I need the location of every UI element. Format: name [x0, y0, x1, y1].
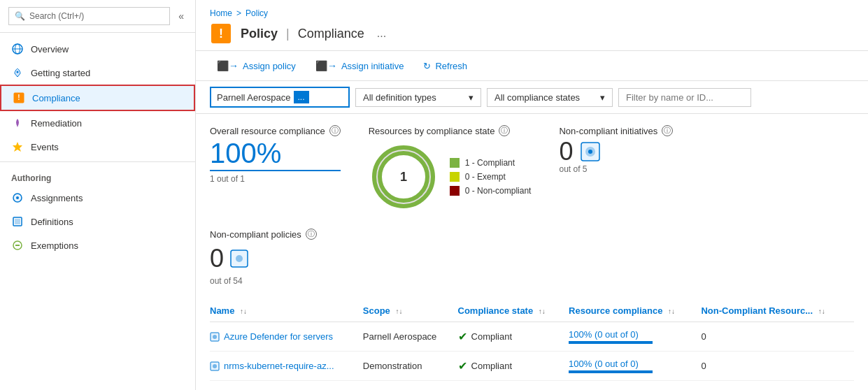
chart-label: Resources by compliance state ⓘ	[369, 125, 532, 136]
authoring-section-header: Authoring	[0, 165, 195, 186]
overall-info-icon[interactable]: ⓘ	[329, 125, 341, 136]
chart-legend: 1 - Compliant 0 - Exempt 0 - Non-complia…	[450, 158, 532, 196]
svg-text:!: !	[17, 94, 20, 101]
scope-sort-icon: ↑↓	[395, 308, 402, 315]
sidebar-item-overview[interactable]: Overview	[0, 37, 195, 61]
sidebar-item-events[interactable]: Events	[0, 135, 195, 159]
legend-compliant: 1 - Compliant	[450, 158, 532, 168]
row2-progress-bg	[569, 370, 653, 373]
compliance-state-sort-icon: ↑↓	[539, 308, 546, 315]
page-title: Policy	[241, 27, 278, 41]
row1-progress-bg	[569, 341, 653, 344]
initiatives-sub: out of 5	[559, 164, 673, 174]
compliance-states-label: All compliance states	[495, 92, 580, 103]
table-body: Azure Defender for servers Parnell Aeros…	[210, 322, 854, 381]
sidebar-item-compliance[interactable]: ! Compliance	[0, 85, 195, 111]
search-input[interactable]: 🔍 Search (Ctrl+/)	[8, 7, 170, 25]
col-compliance-state[interactable]: Compliance state ↑↓	[458, 300, 569, 322]
definition-types-label: All definition types	[363, 92, 436, 103]
row1-name: Azure Defender for servers	[210, 322, 363, 352]
sidebar-item-label-assignments: Assignments	[31, 193, 83, 203]
breadcrumb-home[interactable]: Home	[210, 8, 232, 18]
resource-compliance-sort-icon: ↑↓	[668, 308, 675, 315]
overall-compliance-label: Overall resource compliance ⓘ	[210, 125, 341, 136]
content-area: Overall resource compliance ⓘ 100% 1 out…	[196, 114, 868, 390]
initiatives-label: Non-compliant initiatives ⓘ	[559, 125, 673, 136]
overall-compliance-value: 100%	[210, 139, 341, 167]
row2-resource-compliance: 100% (0 out of 0)	[569, 352, 701, 381]
sidebar-item-remediation[interactable]: Remediation	[0, 111, 195, 135]
col-non-compliant[interactable]: Non-Compliant Resourc... ↑↓	[701, 300, 854, 322]
sidebar-item-definitions[interactable]: Definitions	[0, 210, 195, 233]
remediation-icon	[11, 117, 24, 129]
search-placeholder: Search (Ctrl+/)	[29, 11, 84, 21]
page-subtitle: Compliance	[298, 27, 364, 41]
sidebar-item-label-events: Events	[31, 142, 59, 152]
non-compliant-sort-icon: ↑↓	[818, 308, 825, 315]
name-sort-icon: ↑↓	[240, 308, 247, 315]
col-scope[interactable]: Scope ↑↓	[363, 300, 458, 322]
row1-progress-fill	[569, 341, 653, 344]
name-filter-input[interactable]	[618, 88, 751, 107]
scope-selector[interactable]: Parnell Aerospace ...	[210, 87, 350, 108]
sidebar-item-label-getting-started: Getting started	[31, 68, 90, 78]
events-icon	[11, 140, 24, 153]
row1-scope: Parnell Aerospace	[363, 322, 458, 352]
sidebar-item-label-compliance: Compliance	[32, 93, 80, 103]
page-icon: !	[210, 22, 232, 45]
row2-progress-fill	[569, 370, 653, 373]
assign-initiative-label: Assign initiative	[341, 61, 404, 71]
policies-table: Name ↑↓ Scope ↑↓ Compliance state ↑↓	[210, 300, 854, 381]
definition-types-dropdown[interactable]: All definition types ▾	[355, 88, 481, 107]
row2-icon	[210, 361, 220, 371]
row1-icon	[210, 332, 220, 342]
sidebar-item-exemptions[interactable]: Exemptions	[0, 233, 195, 257]
sidebar-item-label-overview: Overview	[31, 44, 69, 55]
svg-point-23	[236, 255, 243, 262]
sidebar-item-assignments[interactable]: Assignments	[0, 186, 195, 210]
svg-point-21	[588, 150, 592, 154]
more-options-button[interactable]: ...	[373, 26, 390, 41]
row2-name-link[interactable]: nrms-kubernet-require-az...	[224, 361, 334, 371]
row2-compliance-state: ✔ Compliant	[458, 352, 569, 381]
chart-info-icon[interactable]: ⓘ	[499, 125, 510, 136]
definitions-icon	[11, 215, 24, 228]
breadcrumb-current[interactable]: Policy	[246, 8, 268, 18]
sidebar-navigation: Overview Getting started	[0, 33, 195, 261]
initiatives-icon	[580, 141, 601, 162]
compliant-color	[450, 158, 460, 168]
row1-rc-text: 100% (0 out of 0)	[569, 329, 692, 340]
exemptions-icon	[11, 239, 24, 252]
chevron-down-icon-2: ▾	[600, 92, 605, 103]
compliance-states-dropdown[interactable]: All compliance states ▾	[487, 88, 613, 107]
scope-value: Parnell Aerospace	[217, 92, 291, 103]
svg-text:!: !	[219, 27, 223, 41]
compliant-label: 1 - Compliant	[465, 158, 515, 168]
assignments-icon	[11, 192, 24, 204]
col-name[interactable]: Name ↑↓	[210, 300, 363, 322]
policies-icon	[229, 249, 249, 268]
initiatives-info-icon[interactable]: ⓘ	[662, 125, 673, 136]
assign-initiative-button[interactable]: ⬛→ Assign initiative	[308, 57, 411, 75]
collapse-button[interactable]: «	[176, 9, 187, 23]
svg-text:1: 1	[400, 170, 407, 184]
sidebar-item-getting-started[interactable]: Getting started	[0, 61, 195, 85]
assign-policy-button[interactable]: ⬛→ Assign policy	[210, 57, 303, 75]
scope-browse-button[interactable]: ...	[294, 91, 309, 103]
assign-initiative-icon: ⬛→	[315, 60, 337, 71]
nc-value: 0	[210, 244, 224, 273]
row1-name-link[interactable]: Azure Defender for servers	[224, 331, 333, 342]
chart-block: Resources by compliance state ⓘ 1	[369, 125, 532, 212]
initiatives-block: Non-compliant initiatives ⓘ 0 out of 5	[559, 125, 673, 174]
refresh-button[interactable]: ↻ Refresh	[416, 57, 474, 75]
col-resource-compliance[interactable]: Resource compliance ↑↓	[569, 300, 701, 322]
main-content: Home > Policy ! Policy | Compliance ...	[196, 0, 868, 390]
row2-name: nrms-kubernet-require-az...	[210, 352, 363, 381]
nc-sub: out of 54	[210, 276, 854, 286]
policies-info-icon[interactable]: ⓘ	[306, 229, 317, 240]
toolbar: ⬛→ Assign policy ⬛→ Assign initiative ↻ …	[196, 51, 868, 81]
non-compliant-policies-section: Non-compliant policies ⓘ 0 out of 54	[210, 229, 854, 286]
stats-row: Overall resource compliance ⓘ 100% 1 out…	[210, 125, 854, 212]
table-row: nrms-kubernet-require-az... Demonstratio…	[210, 352, 854, 381]
sidebar: 🔍 Search (Ctrl+/) « Overview	[0, 0, 196, 390]
